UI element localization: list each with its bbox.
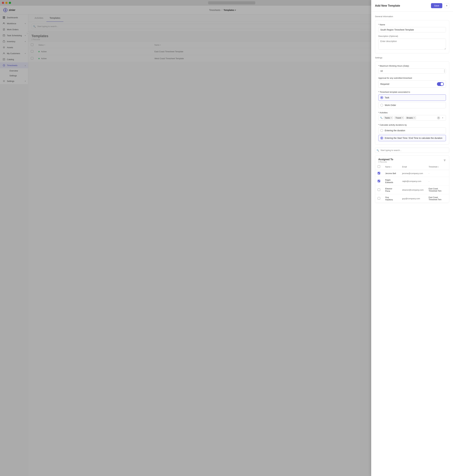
radio-start-end-time[interactable]: Entering the Start Time / End Time to ca… — [378, 135, 446, 141]
drawer-header: Add New Template Save ✕ — [371, 0, 453, 12]
drawer-search-icon: 🔍 — [376, 149, 379, 151]
associated-field: * Timesheet template associated to Task … — [378, 91, 446, 108]
radio-task[interactable]: Task — [378, 94, 446, 101]
assigned-to-header: Assigned To 4 Records — [375, 156, 449, 164]
associated-label: * Timesheet template associated to — [378, 91, 446, 93]
settings-section: * Maximum Working Hours (Daily) ▲ ▼ Appr… — [375, 61, 449, 144]
col-email: Email — [400, 164, 426, 170]
assigned-email-4: guy@company.com — [400, 194, 426, 203]
radio-work-order[interactable]: Work Order — [378, 102, 446, 108]
general-info-label: General Information — [375, 15, 449, 18]
radio-circle-work-order — [380, 104, 383, 107]
drawer-body: General Information * Name Description (… — [371, 12, 453, 476]
assigned-row-3: Eleanor Pena eleanor@company.com East Co… — [375, 186, 449, 194]
max-hours-input-wrap: ▲ ▼ — [378, 68, 446, 74]
approval-label: Approval for any submitted timesheet — [378, 77, 446, 79]
assigned-timesheet-2: - — [426, 177, 449, 186]
associated-radio-group: Task Work Order — [378, 94, 446, 108]
approval-field: Approval for any submitted timesheet Req… — [378, 77, 446, 88]
activities-label: * Activities — [378, 111, 446, 114]
activity-tag-tasks: Tasks ✕ — [383, 116, 393, 119]
tag-remove-travel[interactable]: ✕ — [402, 117, 403, 119]
activities-field: * Activities 🔍 Tasks ✕ Travel ✕ Breaks ✕ — [378, 111, 446, 121]
spinner-down[interactable]: ▼ — [444, 71, 445, 73]
max-hours-label: * Maximum Working Hours (Daily) — [378, 65, 446, 67]
drawer-title: Add New Template — [375, 4, 400, 7]
assigned-name-4: Guy Hawkins — [383, 194, 400, 203]
assigned-row-4: Guy Hawkins guy@company.com East Coast T… — [375, 194, 449, 203]
drawer-search-input[interactable] — [375, 148, 449, 153]
filter-icon[interactable] — [443, 159, 446, 162]
col-name: Name ▾ — [383, 164, 400, 170]
activities-dropdown-button[interactable]: ▾ — [441, 116, 444, 119]
assigned-checkbox-2[interactable] — [378, 180, 380, 182]
assigned-to-title-wrap: Assigned To 4 Records — [378, 158, 393, 163]
assigned-email-3: eleanor@company.com — [400, 186, 426, 194]
tag-remove-tasks[interactable]: ✕ — [390, 117, 392, 119]
assigned-to-section: Assigned To 4 Records Name ▾ Email — [375, 155, 449, 203]
duration-field: * Calculate activity durations by Enteri… — [378, 124, 446, 141]
assigned-timesheet-3: East Coast Timesheet Tem — [426, 186, 449, 194]
approval-toggle-label: Required — [380, 83, 389, 85]
description-field: Description (Optional) — [378, 35, 446, 50]
duration-radio-group: Entering the duration Entering the Start… — [378, 127, 446, 141]
assigned-row-2: Ralph Edwards ralph@company.com - — [375, 177, 449, 186]
radio-circle-enter-duration — [380, 129, 383, 132]
approval-toggle[interactable] — [437, 82, 444, 86]
close-drawer-button[interactable]: ✕ — [444, 3, 449, 8]
save-button[interactable]: Save — [431, 3, 442, 8]
assigned-name-3: Eleanor Pena — [383, 186, 400, 194]
assigned-timesheet-1: - — [426, 170, 449, 177]
assigned-to-title: Assigned To — [378, 158, 393, 161]
add-template-drawer: Add New Template Save ✕ General Informat… — [371, 0, 453, 476]
tag-remove-breaks[interactable]: ✕ — [414, 117, 415, 119]
assigned-table: Name ▾ Email Timesheet ▾ Jerome Bell jer… — [375, 164, 449, 203]
activities-clear-button[interactable]: ✕ — [437, 116, 440, 119]
col-timesheet: Timesheet ▾ — [426, 164, 449, 170]
radio-label-work-order: Work Order — [385, 104, 396, 106]
radio-circle-task — [380, 96, 383, 99]
radio-enter-duration[interactable]: Entering the duration — [378, 127, 446, 134]
assigned-timesheet-4: East Coast Timesheet Tem — [426, 194, 449, 203]
radio-label-enter-duration: Entering the duration — [385, 129, 405, 132]
drawer-actions: Save ✕ — [431, 3, 449, 8]
radio-label-task: Task — [385, 96, 389, 99]
drawer-search: 🔍 — [375, 148, 449, 153]
assigned-name-2: Ralph Edwards — [383, 177, 400, 186]
activities-search-icon: 🔍 — [380, 117, 382, 119]
assigned-to-count: 4 Records — [378, 161, 393, 163]
activity-tag-breaks: Breaks ✕ — [405, 116, 416, 119]
activities-input-field[interactable]: 🔍 Tasks ✕ Travel ✕ Breaks ✕ ✕ ▾ — [378, 115, 446, 121]
max-hours-field: * Maximum Working Hours (Daily) ▲ ▼ — [378, 65, 446, 74]
approval-toggle-row: Required — [378, 80, 446, 88]
general-info-section: * Name Description (Optional) — [375, 20, 449, 53]
name-field: * Name — [378, 23, 446, 32]
name-label: * Name — [378, 23, 446, 26]
assigned-email-1: jerome@company.com — [400, 170, 426, 177]
close-icon: ✕ — [446, 4, 448, 7]
drawer-search-wrap: 🔍 — [375, 148, 449, 153]
activity-tag-travel: Travel ✕ — [394, 116, 404, 119]
settings-label: Settings — [375, 57, 449, 59]
description-input[interactable] — [378, 39, 446, 50]
timesheet-col-sort: ▾ — [438, 166, 439, 168]
assigned-checkbox-4[interactable] — [378, 197, 380, 200]
max-hours-input[interactable] — [378, 68, 446, 74]
radio-circle-start-end-time — [380, 137, 383, 139]
assigned-checkbox-3[interactable] — [378, 188, 380, 191]
assigned-email-2: ralph@company.com — [400, 177, 426, 186]
name-col-sort: ▾ — [391, 166, 391, 168]
duration-label: * Calculate activity durations by — [378, 124, 446, 126]
name-input[interactable] — [378, 27, 446, 32]
toggle-slider — [437, 82, 444, 86]
spinner-up[interactable]: ▲ — [444, 69, 445, 71]
number-spinners: ▲ ▼ — [444, 69, 445, 73]
radio-label-start-end-time: Entering the Start Time / End Time to ca… — [385, 137, 442, 139]
assigned-checkbox-1[interactable] — [378, 172, 380, 174]
description-label: Description (Optional) — [378, 35, 446, 37]
assigned-select-all[interactable] — [378, 165, 380, 168]
assigned-name-1: Jerome Bell — [383, 170, 400, 177]
assigned-row-1: Jerome Bell jerome@company.com - — [375, 170, 449, 177]
